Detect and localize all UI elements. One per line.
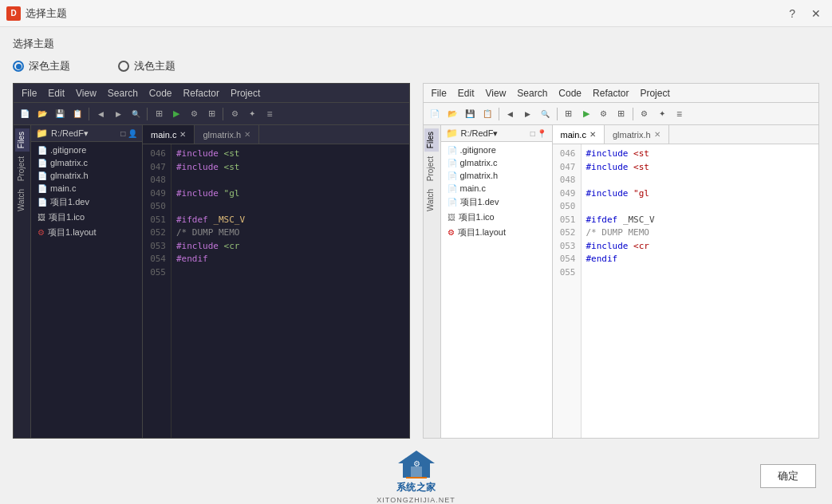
dark-file-main-c[interactable]: 📄 main.c xyxy=(31,182,142,195)
dark-tb-star[interactable] xyxy=(244,106,260,122)
dark-tb-fwd[interactable] xyxy=(110,106,126,122)
window-controls: ? ✕ xyxy=(784,6,826,22)
dark-file-glmatrix-c[interactable]: 📄 glmatrix.c xyxy=(31,156,142,169)
dark-folder-icon: 📁 xyxy=(36,128,48,139)
dark-tb-list[interactable] xyxy=(262,106,278,122)
light-menu-project[interactable]: Project xyxy=(635,86,674,100)
confirm-button[interactable]: 确定 xyxy=(760,464,816,488)
close-button[interactable]: ✕ xyxy=(806,6,826,22)
dark-tb-new[interactable] xyxy=(17,106,33,122)
dark-file-glmatrix-h[interactable]: 📄 glmatrix.h xyxy=(31,169,142,182)
dark-tab-files[interactable]: Files xyxy=(15,128,30,152)
dark-tab-glmatrix-close[interactable]: ✕ xyxy=(244,130,250,139)
light-tb-gear[interactable] xyxy=(637,106,653,122)
help-button[interactable]: ? xyxy=(784,6,800,22)
light-editor-area: main.c ✕ glmatrix.h ✕ 046047048049050051… xyxy=(553,125,819,438)
footer: ⚙ 系统之家 XITONGZHIJIA.NET 确定 xyxy=(0,448,832,504)
dark-theme-preview: File Edit View Search Code Refactor Proj… xyxy=(13,83,410,439)
light-tb-saveas[interactable] xyxy=(479,106,495,122)
dark-folder-path[interactable]: R:/RedF▾ xyxy=(51,128,89,139)
app-icon: D xyxy=(6,6,21,21)
dark-tb-save[interactable] xyxy=(52,106,68,122)
light-line-nums: 046047048049050051052053054055 xyxy=(553,144,582,438)
light-tab-project[interactable]: Project xyxy=(424,153,439,184)
light-toolbar xyxy=(424,103,819,125)
dark-tb-grid[interactable] xyxy=(151,106,167,122)
dark-tb-sep1 xyxy=(89,108,89,120)
light-tb-search[interactable] xyxy=(538,106,554,122)
dialog-title: 选择主题 xyxy=(13,37,819,51)
dark-menu-file[interactable]: File xyxy=(17,86,41,100)
dark-menu-bar: File Edit View Search Code Refactor Proj… xyxy=(14,84,409,103)
dark-tb-gear[interactable] xyxy=(227,106,243,122)
light-tb-sep1 xyxy=(499,108,499,120)
light-file-gitignore[interactable]: 📄 .gitignore xyxy=(441,144,552,156)
light-tb-star[interactable] xyxy=(654,106,670,122)
light-menu-code[interactable]: Code xyxy=(554,86,586,100)
light-tab-watch[interactable]: Watch xyxy=(424,186,439,215)
dark-theme-radio[interactable] xyxy=(13,61,24,72)
dark-menu-search[interactable]: Search xyxy=(103,86,143,100)
dark-tb-open[interactable] xyxy=(34,106,50,122)
title-bar: D 选择主题 ? ✕ xyxy=(0,0,832,27)
svg-rect-1 xyxy=(411,467,422,478)
dark-tb-grid2[interactable] xyxy=(203,106,219,122)
dark-file-gitignore[interactable]: 📄 .gitignore xyxy=(31,144,142,156)
light-menu-view[interactable]: View xyxy=(481,86,511,100)
dark-tb-back[interactable] xyxy=(93,106,108,122)
dark-tb-saveas[interactable] xyxy=(69,106,85,122)
dark-file-project-dev[interactable]: 📄 项目1.dev xyxy=(31,195,142,210)
dark-menu-view[interactable]: View xyxy=(71,86,101,100)
dark-tb-search[interactable] xyxy=(128,106,144,122)
light-file-project-ico[interactable]: 🖼 项目1.ico xyxy=(441,210,552,225)
dark-menu-code[interactable]: Code xyxy=(144,86,177,100)
dark-tab-watch[interactable]: Watch xyxy=(15,186,30,215)
light-tb-grid[interactable] xyxy=(561,106,577,122)
light-tab-files[interactable]: Files xyxy=(424,128,439,152)
light-theme-radio[interactable] xyxy=(118,61,129,72)
light-tb-open[interactable] xyxy=(444,106,460,122)
light-tb-run[interactable] xyxy=(578,106,594,122)
dark-tab-glmatrix-h[interactable]: glmatrix.h ✕ xyxy=(195,125,259,144)
logo-house-svg: ⚙ xyxy=(396,449,436,479)
dialog-content: 选择主题 深色主题 浅色主题 File Edit View Search Cod… xyxy=(0,27,832,448)
dark-tab-project[interactable]: Project xyxy=(15,153,30,184)
dark-theme-option[interactable]: 深色主题 xyxy=(13,59,70,73)
light-file-panel-header: 📁 R:/RedF▾ □ 📍 xyxy=(441,125,552,142)
dark-tb-build[interactable] xyxy=(186,106,202,122)
dark-file-project-layout[interactable]: ⚙ 项目1.layout xyxy=(31,225,142,240)
dark-tb-run[interactable] xyxy=(168,106,184,122)
light-menu-file[interactable]: File xyxy=(427,86,451,100)
light-menu-edit[interactable]: Edit xyxy=(453,86,479,100)
dark-menu-edit[interactable]: Edit xyxy=(43,86,69,100)
light-tb-back[interactable] xyxy=(503,106,519,122)
light-tb-build[interactable] xyxy=(596,106,612,122)
light-tb-new[interactable] xyxy=(427,106,443,122)
light-tb-list[interactable] xyxy=(672,106,688,122)
light-file-project-dev[interactable]: 📄 项目1.dev xyxy=(441,195,552,210)
light-tb-save[interactable] xyxy=(462,106,478,122)
light-tab-glmatrix-h[interactable]: glmatrix.h ✕ xyxy=(605,125,669,144)
dark-file-project-ico[interactable]: 🖼 项目1.ico xyxy=(31,210,142,225)
dark-theme-label: 深色主题 xyxy=(29,59,70,73)
light-menu-bar: File Edit View Search Code Refactor Proj… xyxy=(424,84,819,103)
light-tb-grid2[interactable] xyxy=(613,106,629,122)
dark-file-panel-header: 📁 R:/RedF▾ □ 👤 xyxy=(31,125,142,142)
light-tab-main-close[interactable]: ✕ xyxy=(589,130,596,139)
light-theme-option[interactable]: 浅色主题 xyxy=(118,59,175,73)
dark-menu-project[interactable]: Project xyxy=(226,86,265,100)
dark-tab-main-close[interactable]: ✕ xyxy=(179,130,186,139)
dark-tab-main-c[interactable]: main.c ✕ xyxy=(143,125,195,144)
light-tab-main-c[interactable]: main.c ✕ xyxy=(553,125,605,144)
light-tb-sep2 xyxy=(557,108,558,120)
light-file-project-layout[interactable]: ⚙ 项目1.layout xyxy=(441,225,552,240)
light-menu-search[interactable]: Search xyxy=(512,86,552,100)
light-tb-fwd[interactable] xyxy=(520,106,536,122)
light-file-glmatrix-c[interactable]: 📄 glmatrix.c xyxy=(441,156,552,169)
light-file-main-c[interactable]: 📄 main.c xyxy=(441,182,552,195)
light-menu-refactor[interactable]: Refactor xyxy=(588,86,633,100)
dark-menu-refactor[interactable]: Refactor xyxy=(179,86,224,100)
light-folder-path[interactable]: R:/RedF▾ xyxy=(461,128,499,139)
light-file-glmatrix-h[interactable]: 📄 glmatrix.h xyxy=(441,169,552,182)
light-tab-glmatrix-close[interactable]: ✕ xyxy=(654,130,660,139)
